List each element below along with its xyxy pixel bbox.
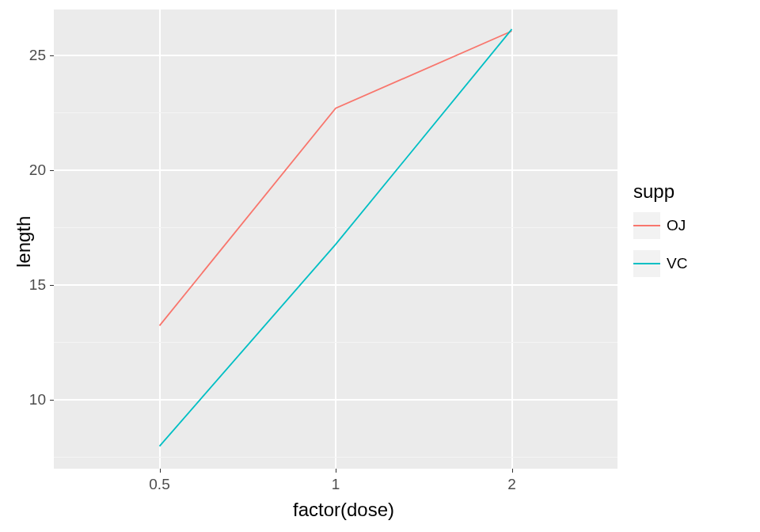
legend-swatch-line (633, 225, 660, 226)
legend-key-VC (633, 250, 660, 277)
legend-label-VC: VC (667, 250, 687, 277)
series-line-OJ (160, 31, 512, 325)
legend-key-OJ (633, 212, 660, 239)
chart-figure: length factor(dose) supp 101520250.512OJ… (0, 0, 760, 532)
series-line-VC (160, 29, 512, 446)
legend-label-OJ: OJ (667, 212, 686, 239)
legend-swatch-line (633, 263, 660, 264)
